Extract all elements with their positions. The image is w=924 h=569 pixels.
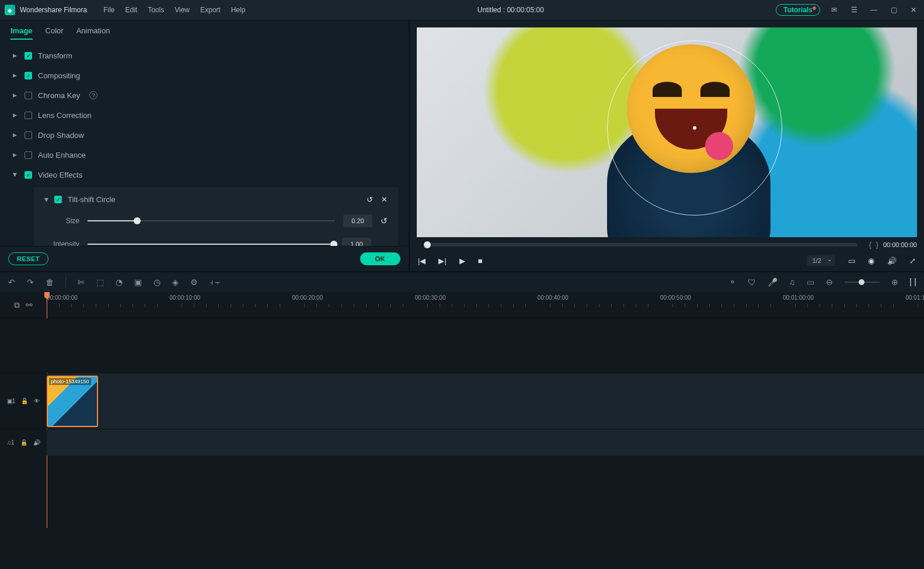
timeline-ruler[interactable]: 00:00:00:0000:00:10:0000:00:20:0000:00:3… — [47, 292, 924, 318]
speed-icon[interactable]: ◷ — [154, 277, 161, 287]
checkbox-transform[interactable]: ✓ — [25, 52, 32, 60]
checkbox-compositing[interactable]: ✓ — [25, 72, 32, 79]
fullscreen-icon[interactable]: ⤢ — [909, 256, 916, 265]
prop-label: Auto Enhance — [38, 151, 86, 159]
mute-icon[interactable]: 🔊 — [33, 439, 40, 446]
mail-icon[interactable]: ✉ — [828, 4, 840, 16]
prop-chroma-key[interactable]: ▶Chroma Key? — [11, 85, 398, 105]
checkbox-auto-enhance[interactable] — [25, 151, 32, 159]
stop-icon[interactable]: ■ — [478, 256, 483, 265]
zoom-out-icon[interactable]: ⊖ — [826, 277, 833, 287]
preview-canvas[interactable] — [417, 27, 917, 237]
chevron-right-icon[interactable]: ▶ — [13, 53, 17, 58]
ruler-label: 00:00:30:00 — [415, 294, 446, 301]
prop-auto-enhance[interactable]: ▶Auto Enhance — [11, 145, 398, 165]
timeline-toolbar: ↶ ↷ 🗑 ✄ ⬚ ◔ ▣ ◷ ◈ ⚙ ⫞⫟ ⚬ 🛡 🎤 ♫ ▭ ⊖ ⊕ — [0, 271, 924, 292]
ok-button[interactable]: OK — [360, 252, 401, 265]
list-icon[interactable]: ☰ — [848, 4, 860, 16]
track-video-label: ▣1 — [7, 398, 16, 404]
subtitle-icon[interactable]: ▭ — [807, 277, 814, 287]
cut-icon[interactable]: ✄ — [78, 277, 85, 287]
link-icon[interactable]: ⚯ — [26, 300, 33, 310]
menu-help[interactable]: Help — [231, 6, 246, 14]
size-value[interactable]: 0.20 — [343, 214, 372, 227]
tutorials-button[interactable]: Tutorials — [776, 4, 820, 16]
checkbox-chroma-key[interactable] — [25, 92, 32, 99]
reset-size-icon[interactable]: ↺ — [381, 216, 388, 225]
prop-compositing[interactable]: ▶✓Compositing — [11, 65, 398, 85]
preview-ratio-dropdown[interactable]: 1/2 — [807, 255, 835, 266]
app-logo-icon: ◆ — [5, 5, 15, 15]
undo-icon[interactable]: ↶ — [8, 277, 15, 287]
timeline-clip[interactable]: photo-15349150 — [47, 376, 98, 427]
menu-tools[interactable]: Tools — [148, 6, 164, 14]
mark-out-icon[interactable]: } — [876, 241, 878, 249]
remove-effect-icon[interactable]: ✕ — [381, 195, 388, 204]
tab-animation[interactable]: Animation — [76, 26, 110, 40]
menu-view[interactable]: View — [175, 6, 190, 14]
intensity-value[interactable]: 1.00 — [342, 238, 371, 246]
marker-icon[interactable]: 🛡 — [748, 277, 756, 287]
color-icon[interactable]: ◔ — [116, 277, 123, 287]
ruler-label: 00:00:50:00 — [660, 294, 691, 301]
prop-transform[interactable]: ▶✓Transform — [11, 46, 398, 65]
eye-icon[interactable]: 👁 — [34, 398, 40, 404]
intensity-slider[interactable] — [88, 244, 334, 245]
green-screen-icon[interactable]: ▣ — [134, 277, 142, 287]
size-slider[interactable] — [88, 220, 335, 221]
chevron-down-icon[interactable]: ▶ — [12, 173, 18, 177]
track-manage-icon[interactable]: ⧉ — [14, 300, 20, 310]
delete-icon[interactable]: 🗑 — [46, 277, 54, 287]
chevron-right-icon[interactable]: ▶ — [13, 152, 17, 158]
tab-color[interactable]: Color — [46, 26, 64, 40]
reset-effect-icon[interactable]: ↺ — [367, 195, 373, 204]
chevron-right-icon[interactable]: ▶ — [13, 132, 17, 138]
snapshot-icon[interactable]: ◉ — [868, 256, 874, 265]
ruler-label: 00:01:00:00 — [783, 294, 814, 301]
zoom-fit-icon[interactable] — [910, 278, 916, 286]
minimize-icon[interactable]: — — [868, 4, 880, 16]
display-icon[interactable]: ▭ — [848, 256, 855, 265]
close-icon[interactable]: ✕ — [908, 4, 919, 16]
audio-mixer-icon[interactable]: ♫ — [789, 277, 796, 287]
checkbox-effect[interactable]: ✓ — [54, 196, 62, 203]
menu-file[interactable]: File — [103, 6, 114, 14]
lock-icon[interactable]: 🔓 — [21, 398, 28, 404]
tilt-shift-circle-overlay[interactable] — [607, 40, 782, 216]
help-icon[interactable]: ? — [89, 91, 97, 99]
chevron-right-icon[interactable]: ▶ — [13, 112, 17, 118]
audio-wave-icon[interactable]: ⫞⫟ — [210, 277, 222, 287]
reset-button[interactable]: RESET — [8, 252, 48, 265]
preview-scrubber[interactable] — [424, 243, 857, 247]
chevron-down-icon[interactable]: ▶ — [44, 197, 50, 202]
checkbox-video-effects[interactable]: ✓ — [25, 171, 32, 179]
effect-block: ▶ ✓ Tilt-shift Circle ↺ ✕ Size 0.20 ↺ — [34, 187, 398, 246]
checkbox-drop-shadow[interactable] — [25, 131, 32, 139]
app-name: Wondershare Filmora — [20, 6, 87, 14]
mark-in-icon[interactable]: { — [869, 241, 871, 249]
tab-image[interactable]: Image — [11, 26, 33, 40]
prev-frame-icon[interactable]: |◀ — [418, 256, 426, 265]
prop-lens-correction[interactable]: ▶Lens Correction — [11, 105, 398, 125]
chevron-right-icon[interactable]: ▶ — [13, 92, 17, 98]
chevron-right-icon[interactable]: ▶ — [13, 72, 17, 78]
render-icon[interactable]: ⚬ — [729, 277, 736, 287]
volume-icon[interactable]: 🔊 — [887, 256, 897, 265]
prop-drop-shadow[interactable]: ▶Drop Shadow — [11, 125, 398, 145]
play-icon[interactable]: ▶ — [459, 256, 465, 265]
maximize-icon[interactable]: ▢ — [888, 4, 899, 16]
keyframe-icon[interactable]: ◈ — [172, 277, 179, 287]
redo-icon[interactable]: ↷ — [27, 277, 34, 287]
menu-export[interactable]: Export — [200, 6, 221, 14]
adjust-icon[interactable]: ⚙ — [190, 277, 198, 287]
zoom-in-icon[interactable]: ⊕ — [891, 277, 898, 287]
prop-video-effects[interactable]: ▶✓Video Effects — [11, 165, 398, 185]
preview-panel: {} 00:00:00:00 |◀ ▶| ▶ ■ 1/2 ▭ ◉ 🔊 ⤢ — [409, 20, 924, 271]
step-back-icon[interactable]: ▶| — [438, 256, 446, 265]
crop-icon[interactable]: ⬚ — [96, 277, 104, 287]
zoom-slider[interactable] — [845, 282, 880, 283]
voiceover-icon[interactable]: 🎤 — [768, 277, 777, 287]
checkbox-lens-correction[interactable] — [25, 112, 32, 119]
menu-edit[interactable]: Edit — [125, 6, 138, 14]
lock-icon[interactable]: 🔓 — [20, 439, 27, 446]
